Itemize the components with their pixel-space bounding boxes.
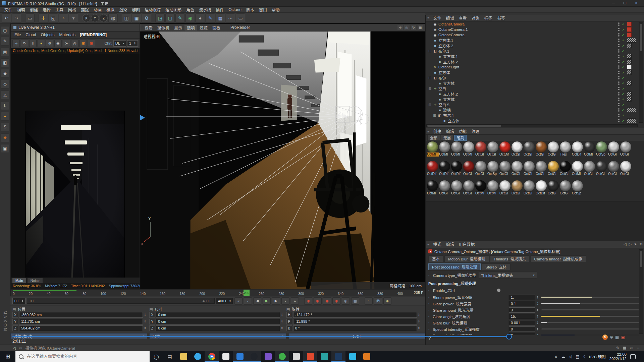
parameter-value-field[interactable]: 1. [509, 295, 535, 300]
material-item[interactable]: OctMl [439, 141, 451, 161]
volume-icon[interactable]: ◁ [13, 346, 16, 350]
position-field[interactable]: 111.701 cm [19, 319, 143, 324]
taskbar-app-button[interactable] [176, 351, 191, 362]
object-name[interactable]: 立方体.1 [438, 38, 616, 43]
visibility-dots[interactable] [617, 76, 621, 79]
config-icon[interactable]: ⚙ [639, 242, 643, 246]
volume-icon[interactable]: ◁ [569, 354, 572, 359]
model-mode-icon[interactable]: ▢ [165, 13, 175, 23]
goto-start-button[interactable]: « [234, 297, 243, 305]
splitter-knob[interactable] [506, 334, 512, 340]
render-view-button[interactable]: ◫ [122, 13, 131, 23]
undo-icon[interactable]: ↶ [2, 13, 11, 23]
light-tag-icon[interactable] [627, 65, 632, 69]
zoom-view-icon[interactable]: ◎ [404, 25, 410, 30]
spline-pen-icon[interactable]: ✎ [206, 13, 215, 23]
keyframe-selection-button[interactable]: Ⓟ [374, 297, 382, 305]
next-key-button[interactable]: › [281, 297, 289, 305]
timeline-ruler[interactable]: 0204060801001201401601802002202402602803… [10, 289, 425, 296]
region-icon[interactable]: ◎ [71, 40, 78, 47]
material-item[interactable]: OctMl [572, 161, 584, 180]
object-name[interactable]: OctaneLight [438, 65, 616, 69]
material-item[interactable]: OctMl [584, 141, 596, 161]
globe-icon[interactable]: ⊕ [610, 335, 613, 340]
camera-tag-icon[interactable] [627, 33, 632, 37]
rotation-field[interactable]: -124.472 ° [293, 312, 417, 318]
visibility-dots[interactable] [617, 39, 621, 42]
material-item[interactable]: OctGl [608, 161, 620, 180]
taskbar-search[interactable] [15, 351, 150, 362]
rotate-tool-icon[interactable]: ◔ [59, 13, 68, 23]
pan-view-icon[interactable]: ✛ [397, 25, 403, 30]
object-manager-scrollbar[interactable] [639, 22, 643, 123]
menu-item[interactable]: 动画 [91, 7, 104, 12]
object-name[interactable]: 布尔.1 [443, 113, 616, 118]
menu-item[interactable]: 创建 [431, 128, 443, 134]
separator[interactable] [118, 14, 121, 22]
object-name[interactable]: OctaneCamera [438, 33, 616, 37]
comment-icon[interactable]: ▭ [236, 13, 245, 23]
taskbar-app-button[interactable] [289, 351, 303, 362]
grid-icon[interactable]: ▦ [615, 335, 619, 340]
material-item[interactable]: OctGl [536, 161, 548, 180]
texture-tag-icon[interactable] [627, 81, 632, 85]
menu-item[interactable]: 脚本 [244, 7, 257, 12]
camera-icon[interactable]: ◉ [54, 40, 62, 47]
lock-y-axis-button[interactable]: Y [91, 14, 99, 22]
scale-tool-icon[interactable]: ◱ [49, 13, 58, 23]
visibility-dots[interactable] [617, 22, 621, 26]
enable-check-icon[interactable]: ✓ [622, 44, 626, 48]
object-row[interactable]: 立方体 ✓ [426, 118, 638, 123]
parameter-slider[interactable] [541, 303, 639, 304]
note-icon[interactable]: ▭ [630, 346, 634, 350]
refresh-icon[interactable]: ⟳ [21, 40, 28, 47]
playback-settings-button[interactable]: ◔ [365, 297, 373, 305]
object-row[interactable]: 立方体.2 ✓ [426, 59, 638, 64]
octane-s-logo-icon[interactable]: S [602, 335, 608, 340]
taskbar-app-button[interactable] [345, 351, 360, 362]
lock-icon[interactable]: ● [38, 40, 45, 47]
value-stepper[interactable]: ▲▼ [537, 327, 539, 331]
edit-icon[interactable]: ✎ [616, 346, 620, 350]
visibility-dots[interactable] [617, 87, 621, 90]
record-position-button[interactable]: ◉ [314, 297, 322, 305]
taskbar-app-button[interactable] [360, 351, 374, 362]
menu-item[interactable]: 编辑 [15, 7, 28, 12]
material-item[interactable]: OctMl [451, 141, 463, 161]
texture-tag-icon[interactable] [627, 92, 632, 96]
record-icon[interactable]: ▣ [621, 335, 625, 340]
mirror-icon[interactable]: ◧ [1, 58, 9, 67]
material-item[interactable]: OctDif [572, 141, 584, 161]
taskbar-app-button[interactable] [331, 351, 345, 362]
expand-toggle-icon[interactable]: ⊟ [428, 49, 432, 53]
value-stepper[interactable]: ▲▼ [418, 320, 420, 323]
object-name[interactable]: 立方体 [438, 70, 616, 75]
enable-check-icon[interactable]: ✓ [622, 71, 626, 74]
prorender-menu-item[interactable]: ProRender [228, 25, 252, 30]
material-item[interactable]: OctGl [439, 180, 451, 200]
menu-item[interactable]: 运动图形 [163, 7, 184, 12]
end-frame-field[interactable]: 400 F▲▼ [216, 298, 233, 304]
viewport-menu-item[interactable]: 查看 [142, 25, 155, 31]
material-item[interactable]: OctSp [487, 161, 499, 180]
attribute-tab[interactable]: Post processing_后期处理 [428, 263, 481, 270]
start-frame-field[interactable]: 0 F▲▼ [12, 298, 25, 304]
material-item[interactable]: OctMl [475, 180, 487, 200]
texture-tag-icon[interactable] [627, 108, 636, 112]
object-row[interactable]: 立方体.1 ✓ [426, 38, 638, 43]
menu-item[interactable]: 文件 [2, 7, 15, 12]
pin-icon[interactable]: ➤ [634, 242, 637, 246]
menu-item[interactable]: 对象 [469, 15, 482, 21]
redo-icon[interactable]: ↷ [12, 13, 21, 23]
attribute-tab[interactable]: 基本 [428, 255, 443, 262]
size-field[interactable]: 0 cm [156, 319, 280, 324]
horizontal-splitter[interactable] [12, 336, 508, 337]
weather-widget[interactable]: ☾ 16°C 晴朗 [583, 354, 606, 359]
viewport-menu-item[interactable]: 摄像机 [155, 25, 172, 31]
make-editable-icon[interactable]: ◳ [155, 13, 165, 23]
taskbar-app-button[interactable] [275, 351, 289, 362]
visibility-dots[interactable] [617, 28, 621, 31]
enable-check-icon[interactable]: ✓ [622, 103, 626, 107]
menu-item[interactable]: 查看 [456, 15, 469, 21]
object-name[interactable]: 立方体.2 [443, 91, 616, 97]
